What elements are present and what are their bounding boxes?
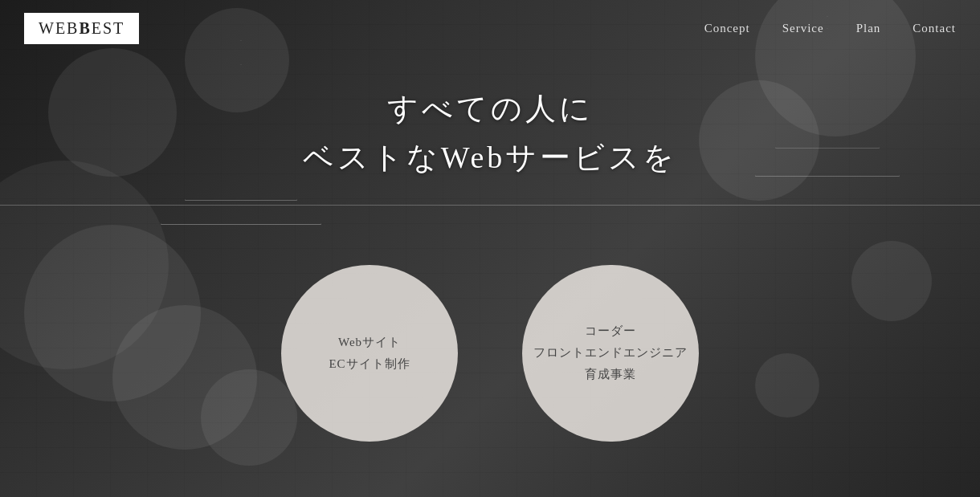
navbar: WEBBEST Concept Service Plan Contact xyxy=(0,0,980,56)
hero-title-line1: すべての人に xyxy=(0,88,980,129)
services-section: Webサイト ECサイト制作 コーダー フロントエンドエンジニア 育成事業 xyxy=(0,209,980,497)
service-circle-web[interactable]: Webサイト ECサイト制作 xyxy=(281,265,458,442)
nav-item-contact[interactable]: Contact xyxy=(913,21,956,35)
nav-link-service[interactable]: Service xyxy=(782,22,824,35)
nav-link-contact[interactable]: Contact xyxy=(913,22,956,35)
hero-text-block: すべての人に ベストなWebサービスを xyxy=(0,88,980,178)
logo-text: WEBBEST xyxy=(39,19,125,38)
nav-item-plan[interactable]: Plan xyxy=(856,21,881,35)
service-web-text: Webサイト ECサイト制作 xyxy=(329,332,410,375)
logo[interactable]: WEBBEST xyxy=(24,13,139,44)
nav-link-concept[interactable]: Concept xyxy=(704,22,750,35)
service-engineer-text: コーダー フロントエンドエンジニア 育成事業 xyxy=(533,320,688,385)
nav-links: Concept Service Plan Contact xyxy=(704,21,956,35)
nav-item-service[interactable]: Service xyxy=(782,21,824,35)
hero-section: WEBBEST Concept Service Plan Contact すべて… xyxy=(0,0,980,497)
nav-link-plan[interactable]: Plan xyxy=(856,22,881,35)
service-circle-engineer[interactable]: コーダー フロントエンドエンジニア 育成事業 xyxy=(522,265,699,442)
nav-item-concept[interactable]: Concept xyxy=(704,21,750,35)
hero-title-line2: ベストなWebサービスを xyxy=(0,137,980,178)
section-divider xyxy=(0,205,980,206)
